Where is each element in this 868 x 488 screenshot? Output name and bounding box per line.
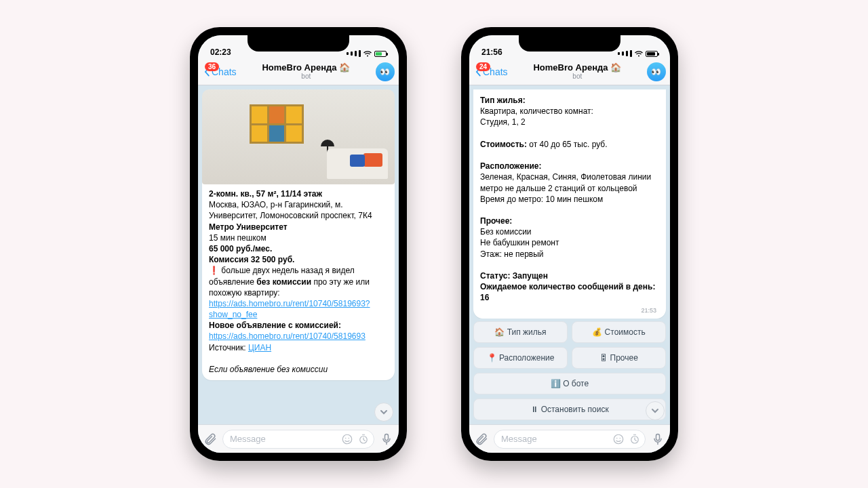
mic-button[interactable] [651,432,665,446]
svg-point-1 [345,437,347,439]
status-right [618,50,658,57]
italic-note: Если объявление без комиссии [209,365,328,374]
message-input[interactable]: Message [494,430,646,449]
battery-icon [374,51,387,57]
notch [248,35,349,52]
filter-bubble[interactable]: Тип жилья: Квартира, количество комнат: … [473,89,666,319]
avatar[interactable]: 👀 [647,62,666,81]
scroll-down-button[interactable] [646,401,665,420]
listing-title: 2-комн. кв., 57 м², 11/14 этаж [209,189,322,199]
metro-label: Метро Университет [209,222,288,232]
kb-other-button[interactable]: 🎛 Прочее [572,347,666,369]
chat-header: 24 Chats HomeBro Аренда 🏠 bot 👀 [469,58,670,85]
warning-icon: ❗ [209,266,219,275]
subtitle-text: bot [262,73,350,80]
wifi-icon [363,50,372,57]
status-line: Статус: Запущен [480,271,548,281]
mic-icon [651,432,665,446]
attach-button[interactable] [203,432,217,446]
chat-title[interactable]: HomeBro Аренда 🏠 bot [262,63,350,80]
source-link[interactable]: ЦИАН [248,343,271,352]
signal-icon [618,52,620,55]
loc-value: Время до метро: 10 мин пешком [480,195,603,204]
title-text: HomeBro Аренда 🏠 [262,63,350,73]
unread-badge: 36 [205,62,219,71]
paperclip-icon [203,432,217,446]
screen: 02:23 36 Chats HomeBro Аренда 🏠 bot 👀 [198,35,399,453]
paperclip-icon [475,432,488,446]
battery-icon [646,51,658,57]
type-value: Студия, 1, 2 [480,117,526,127]
status-right [347,50,387,57]
svg-rect-9 [656,434,660,440]
timer-icon[interactable] [357,433,370,445]
chat-title[interactable]: HomeBro Аренда 🏠 bot [533,63,621,80]
kb-cost-button[interactable]: 💰 Стоимость [572,321,666,343]
placeholder: Message [501,434,537,444]
loc-heading: Расположение: [480,161,541,171]
kb-about-button[interactable]: ℹ️ О боте [473,373,666,394]
kb-type-button[interactable]: 🏠 Тип жилья [473,321,568,343]
other-value: Этаж: не первый [480,249,544,259]
other-heading: Прочее: [480,216,512,226]
price: 65 000 руб./мес. [209,244,272,253]
phone-left: 02:23 36 Chats HomeBro Аренда 🏠 bot 👀 [190,27,407,461]
svg-point-0 [342,434,352,444]
signal-icon [355,51,357,56]
message-bubble[interactable]: 2-комн. кв., 57 м², 11/14 этаж Москва, Ю… [202,89,395,380]
placeholder: Message [230,434,266,444]
link-no-fee[interactable]: https://ads.homebro.ru/rent/10740/581969… [209,299,370,319]
mic-icon [380,432,393,446]
mic-button[interactable] [380,432,393,446]
warn-bold: без комиссии [256,277,311,287]
listing-address: Москва, ЮЗАО, р-н Гагаринский, м. Универ… [209,200,372,220]
type-heading: Тип жилья: [480,96,526,105]
type-value: Квартира, количество комнат: [480,106,593,116]
sticker-icon[interactable] [612,433,625,445]
status-time: 02:23 [210,47,231,57]
status-time: 21:56 [481,47,502,57]
svg-rect-4 [385,434,389,440]
other-value: Не бабушкин ремонт [480,238,559,247]
cost-value: от 40 до 65 тыс. руб. [529,140,607,149]
signal-icon [347,52,349,55]
signal-icon [359,50,361,57]
source-label: Источник: [209,343,246,352]
input-bar: Message [469,424,670,453]
phone-right: 21:56 24 Chats HomeBro Аренда 🏠 bot 👀 [461,27,678,461]
new-listing-label: Новое объявление с комиссией: [209,321,341,330]
input-bar: Message [198,424,399,453]
kb-stop-button[interactable]: ⏸ Остановить поиск [473,399,666,420]
scroll-down-button[interactable] [374,403,393,422]
svg-point-6 [616,437,618,439]
svg-point-5 [614,434,623,444]
chat-body[interactable]: Тип жилья: Квартира, количество комнат: … [469,85,670,319]
loc-value: Зеленая, Красная, Синяя, Фиолетовая лини… [480,172,651,192]
chevron-down-icon [379,407,389,417]
timer-icon[interactable] [629,433,641,445]
signal-icon [630,50,632,57]
sticker-icon[interactable] [341,433,353,445]
signal-icon [351,52,353,56]
fee: Комиссия 32 500 руб. [209,255,294,264]
chevron-down-icon [650,406,660,415]
avatar[interactable]: 👀 [376,62,395,81]
svg-point-2 [349,437,350,439]
expect-line: Ожидаемое количество сообщений в день: 1… [480,282,655,302]
signal-icon [626,51,628,56]
unread-badge: 24 [476,62,490,71]
signal-icon [622,52,624,56]
walk-time: 15 мин пешком [209,233,267,243]
link-with-fee[interactable]: https://ads.homebro.ru/rent/10740/581969… [209,331,366,341]
back-button[interactable]: 24 Chats [473,66,508,77]
listing-photo[interactable] [202,89,395,184]
attach-button[interactable] [475,432,488,446]
wifi-icon [634,50,644,57]
chat-header: 36 Chats HomeBro Аренда 🏠 bot 👀 [198,58,399,85]
svg-point-7 [620,437,621,439]
kb-location-button[interactable]: 📍 Расположение [473,347,568,369]
chat-body[interactable]: 2-комн. кв., 57 м², 11/14 этаж Москва, Ю… [198,85,399,424]
back-button[interactable]: 36 Chats [202,66,237,77]
message-input[interactable]: Message [222,430,374,449]
bot-keyboard: 🏠 Тип жилья 💰 Стоимость 📍 Расположение 🎛… [469,319,670,424]
